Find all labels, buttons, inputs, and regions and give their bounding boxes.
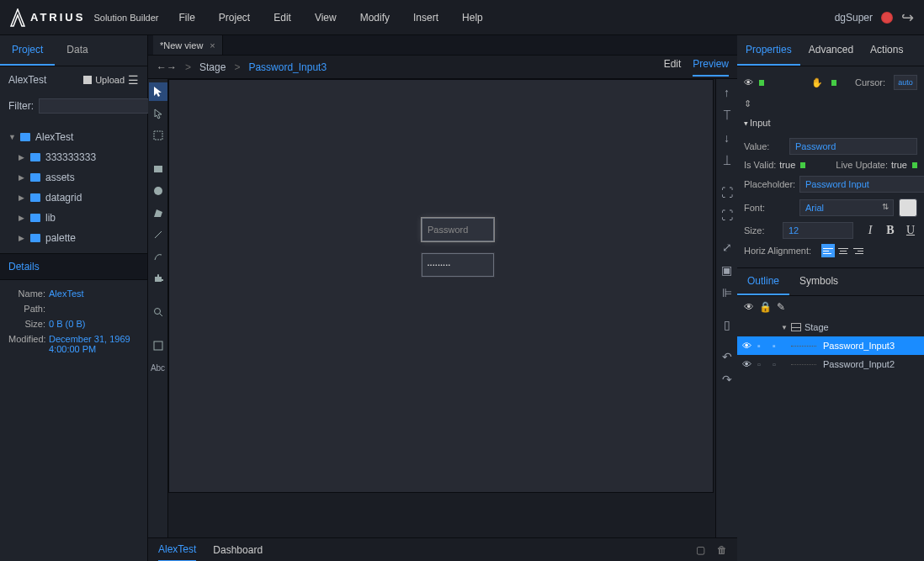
caret-icon[interactable]: ▶ <box>19 173 25 182</box>
tool-direct-select-icon[interactable] <box>149 104 167 123</box>
undo-icon[interactable]: ↶ <box>717 347 737 367</box>
tree-item[interactable]: ▶ palette <box>0 228 147 248</box>
box-slot-icon[interactable]: ▫ <box>773 359 784 369</box>
caret-icon[interactable]: ▶ <box>19 153 25 161</box>
align-bottom-icon[interactable]: ⟘ <box>717 151 737 171</box>
align-right-button[interactable] <box>852 244 865 257</box>
caret-icon[interactable]: ▼ <box>781 324 788 331</box>
tool-polygon-icon[interactable] <box>149 204 167 222</box>
mode-edit[interactable]: Edit <box>664 58 682 77</box>
tab-symbols[interactable]: Symbols <box>789 268 848 295</box>
eye-icon[interactable]: 👁 <box>742 341 754 351</box>
menu-edit[interactable]: Edit <box>273 12 291 24</box>
bottom-tab-alextest[interactable]: AlexTest <box>158 538 196 562</box>
group-icon[interactable]: ▣ <box>717 260 737 280</box>
arrow-up-icon[interactable]: ↑ <box>717 82 737 103</box>
tool-select-icon[interactable] <box>149 82 167 101</box>
mode-preview[interactable]: Preview <box>693 58 729 77</box>
tree-item[interactable]: ▶ datagrid <box>0 188 147 208</box>
box-slot-icon[interactable]: ▪ <box>773 341 784 351</box>
align-left-icon[interactable]: ⊫ <box>717 283 737 303</box>
hand-icon[interactable]: ✋ <box>811 77 823 88</box>
tool-pen-icon[interactable] <box>149 247 167 266</box>
eye-icon[interactable]: 👁 <box>742 359 754 369</box>
breadcrumb-stage[interactable]: Stage <box>199 61 226 73</box>
outline-tabs: Outline Symbols <box>737 267 924 296</box>
lock-slot-icon[interactable]: ▪ <box>757 341 769 351</box>
tab-properties[interactable]: Properties <box>737 35 800 66</box>
close-tab-icon[interactable]: × <box>210 40 215 50</box>
caret-icon[interactable]: ▶ <box>19 234 25 242</box>
tree-item[interactable]: ▶ assets <box>0 167 147 188</box>
cursor-select[interactable]: auto <box>894 75 917 90</box>
menu-insert[interactable]: Insert <box>413 12 438 24</box>
align-center-button[interactable] <box>836 244 850 257</box>
sort-icon[interactable]: ⇕ <box>744 98 751 108</box>
caret-icon[interactable]: ▶ <box>19 193 25 202</box>
status-box-icon[interactable]: ▢ <box>696 544 705 556</box>
tab-advanced[interactable]: Advanced <box>800 35 862 66</box>
tool-line-icon[interactable] <box>149 225 167 244</box>
menu-file[interactable]: File <box>179 12 195 24</box>
center-icon[interactable]: ▯ <box>717 315 737 335</box>
tab-project[interactable]: Project <box>0 35 55 66</box>
user-avatar-icon[interactable] <box>881 12 893 24</box>
tree-item[interactable]: ▶ 333333333 <box>0 147 147 167</box>
document-tab[interactable]: *New view × <box>153 35 223 55</box>
align-left-button[interactable] <box>821 244 835 257</box>
caret-icon[interactable]: ▼ <box>8 133 15 141</box>
redo-icon[interactable]: ↷ <box>717 369 737 389</box>
menu-project[interactable]: Project <box>219 12 250 24</box>
outline-stage-row[interactable]: ▼ Stage <box>737 318 924 336</box>
trash-icon[interactable]: 🗑 <box>717 544 727 556</box>
outline-item-selected[interactable]: 👁 ▪ ▪ Password_Input3 <box>737 336 924 355</box>
logout-icon[interactable]: ↪ <box>901 8 914 27</box>
font-select[interactable] <box>799 199 894 216</box>
menu-view[interactable]: View <box>315 12 337 24</box>
stage-viewport[interactable]: Password ••••••••• <box>168 79 715 537</box>
password-input-2[interactable]: ••••••••• <box>422 253 494 277</box>
fit-width-icon[interactable]: ⛶ <box>717 183 737 203</box>
tab-outline[interactable]: Outline <box>737 268 789 295</box>
tool-text-icon[interactable]: Abc <box>149 358 167 377</box>
size-input[interactable] <box>783 222 853 239</box>
caret-icon[interactable]: ▶ <box>19 214 25 222</box>
bold-button[interactable]: B <box>884 224 897 237</box>
folder-icon <box>30 234 40 242</box>
eye-icon[interactable]: 👁 <box>744 301 754 313</box>
edit-icon[interactable]: ✎ <box>777 301 785 313</box>
underline-button[interactable]: U <box>904 224 917 237</box>
detail-modified-label: Modified: <box>8 334 45 354</box>
placeholder-input[interactable] <box>799 176 924 193</box>
fit-height-icon[interactable]: ⛶ <box>717 205 737 225</box>
bottom-tab-dashboard[interactable]: Dashboard <box>213 539 263 561</box>
menu-help[interactable]: Help <box>462 12 483 24</box>
font-color-swatch[interactable] <box>899 198 917 217</box>
tool-marquee-icon[interactable] <box>149 126 167 145</box>
nav-back-icon[interactable]: ←→ <box>157 61 177 73</box>
list-view-icon[interactable]: ☰ <box>128 73 139 87</box>
arrow-down-icon[interactable]: ↓ <box>717 128 737 148</box>
visible-icon[interactable]: 👁 <box>744 77 754 87</box>
outline-item[interactable]: 👁 ▫ ▫ Password_Input2 <box>737 355 924 373</box>
section-input[interactable]: Input <box>744 113 917 133</box>
tool-container-icon[interactable] <box>149 336 167 355</box>
expand-icon[interactable]: ⤢ <box>717 237 737 257</box>
tree-item[interactable]: ▶ lib <box>0 208 147 228</box>
password-input-1[interactable]: Password <box>422 218 494 241</box>
upload-button[interactable]: Upload ☰ <box>83 73 139 87</box>
lock-icon[interactable]: 🔒 <box>759 301 772 313</box>
tool-ellipse-icon[interactable] <box>149 182 167 200</box>
tab-actions[interactable]: Actions <box>862 35 911 66</box>
lock-slot-icon[interactable]: ▫ <box>757 359 769 369</box>
tool-puzzle-icon[interactable] <box>149 269 167 288</box>
tool-rectangle-icon[interactable] <box>149 160 167 178</box>
tab-data[interactable]: Data <box>55 35 99 66</box>
menu-modify[interactable]: Modify <box>360 12 390 24</box>
breadcrumb-current[interactable]: Password_Input3 <box>248 61 327 73</box>
italic-button[interactable]: I <box>863 224 877 237</box>
tool-search-icon[interactable] <box>149 303 167 321</box>
tree-root[interactable]: ▼ AlexTest <box>0 127 147 147</box>
value-input[interactable] <box>789 138 917 155</box>
align-top-icon[interactable]: ⟙ <box>717 105 737 125</box>
